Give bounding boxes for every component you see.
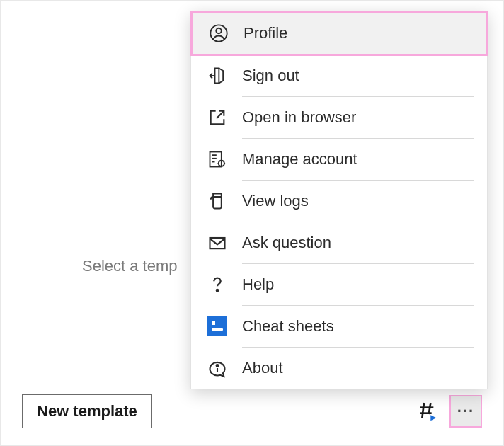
logs-icon <box>207 190 228 212</box>
manage-account-icon <box>207 149 228 170</box>
svg-line-2 <box>422 403 424 418</box>
envelope-icon <box>207 232 228 253</box>
svg-rect-12 <box>210 238 225 248</box>
svg-point-14 <box>217 365 219 367</box>
context-menu: Profile Sign out Op <box>190 11 488 389</box>
about-icon <box>207 358 228 379</box>
menu-item-view-logs[interactable]: View logs <box>191 181 487 222</box>
app-frame: Select a temp New template ··· <box>0 0 504 446</box>
bottom-toolbar: New template ··· <box>22 394 482 428</box>
menu-item-help[interactable]: Help <box>191 264 487 305</box>
new-template-button[interactable]: New template <box>22 394 152 428</box>
svg-point-6 <box>216 28 221 33</box>
menu-item-open-browser[interactable]: Open in browser <box>191 97 487 138</box>
menu-item-label: View logs <box>242 192 309 210</box>
more-menu-button[interactable]: ··· <box>449 395 482 428</box>
menu-item-label: Open in browser <box>242 108 356 127</box>
menu-item-signout[interactable]: Sign out <box>191 55 487 96</box>
svg-rect-7 <box>210 152 222 167</box>
svg-point-13 <box>217 290 218 291</box>
ellipsis-icon: ··· <box>457 402 474 421</box>
menu-item-label: Sign out <box>242 67 299 85</box>
external-link-icon <box>207 107 228 128</box>
help-icon <box>207 274 228 295</box>
signout-icon <box>207 65 228 86</box>
menu-item-label: Help <box>242 275 274 294</box>
menu-item-about[interactable]: About <box>191 348 487 389</box>
menu-item-profile[interactable]: Profile <box>190 11 488 56</box>
cheat-sheets-icon <box>207 316 228 337</box>
menu-item-ask-question[interactable]: Ask question <box>191 222 487 263</box>
menu-item-label: About <box>242 359 283 377</box>
hash-icon[interactable] <box>416 400 438 423</box>
menu-item-label: Cheat sheets <box>242 317 334 336</box>
profile-icon <box>208 23 229 44</box>
content-placeholder: Select a temp <box>82 257 178 275</box>
menu-item-label: Manage account <box>242 150 357 168</box>
menu-item-manage-account[interactable]: Manage account <box>191 139 487 180</box>
menu-item-label: Profile <box>244 24 287 42</box>
svg-marker-4 <box>430 415 436 421</box>
menu-item-label: Ask question <box>242 234 331 252</box>
menu-item-cheat-sheets[interactable]: Cheat sheets <box>191 306 487 347</box>
